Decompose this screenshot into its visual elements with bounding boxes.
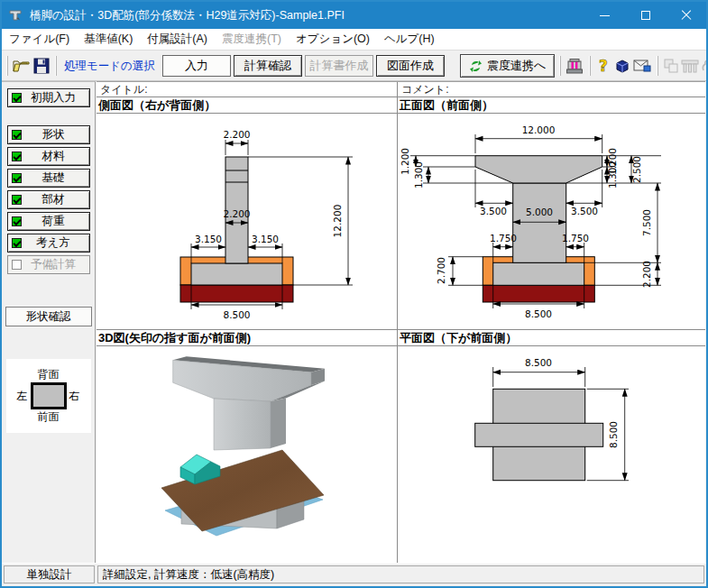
copy-button: [663, 55, 679, 77]
dim-cap-taper-right: 1.300: [607, 161, 618, 188]
open-file-button[interactable]: [13, 55, 32, 77]
calc-machine-button[interactable]: [565, 55, 584, 77]
status-design-mode: 単独設計: [4, 565, 95, 583]
sidebar-spacer: [2, 277, 95, 307]
rebar-3d-icon: [701, 58, 708, 74]
mail-button[interactable]: [633, 55, 651, 77]
sidebar-item-foundation[interactable]: 基礎: [7, 169, 90, 188]
3d-view-button[interactable]: [613, 55, 631, 77]
mode-calc-check-button[interactable]: 計算確認: [234, 55, 302, 77]
dim-embed-depth: 2.700: [436, 257, 446, 284]
mode-select-label: 処理モードの選択: [64, 59, 155, 74]
save-button[interactable]: [33, 55, 50, 77]
column-front-face: [214, 399, 271, 450]
toolbar-grabber: [657, 56, 658, 76]
menu-bar: ファイル(F) 基準値(K) 付属設計(A) 震度連携(T) オプション(O) …: [2, 29, 706, 51]
side-view-header: 側面図（右が背面側）: [97, 97, 397, 114]
app-window: 橋脚の設計・3D配筋(部分係数法・H29道示対応)-Sample1.PFI ファ…: [0, 0, 708, 588]
orientation-diagram: 背面 左 右 前面: [6, 359, 91, 433]
dim-edge-offset-right: 1.750: [562, 233, 589, 243]
svg-text:?: ?: [599, 57, 608, 75]
mode-drawing-button[interactable]: 図面作成: [376, 55, 445, 77]
sidebar-item-policy[interactable]: 考え方: [7, 234, 90, 253]
orientation-left-label: 左: [17, 389, 28, 404]
sidebar-item-member[interactable]: 部材: [7, 190, 90, 209]
sidebar-item-load[interactable]: 荷重: [7, 212, 90, 231]
sidebar: 初期入力 形状 材料 基礎 部材 荷重 考え方 予備計算: [2, 81, 96, 563]
calc-machine-icon: [565, 58, 584, 75]
menu-standard-values[interactable]: 基準値(K): [77, 29, 140, 50]
checked-icon: [12, 130, 22, 140]
cap-plan: [475, 423, 603, 446]
sidebar-item-label: 考え方: [22, 235, 86, 251]
front-view-panel: コメント: 正面図（前面側） 12.000: [398, 82, 705, 329]
pier-cap: [475, 156, 602, 183]
dim-overhang-left: 3.150: [195, 234, 222, 244]
pier-table-button: [681, 55, 699, 77]
front-view-drawing: 12.000 1.200 1.300 1.200 1.300 2.500: [398, 114, 705, 327]
sidebar-item-preliminary-calc: 予備計算: [7, 255, 90, 274]
menu-help[interactable]: ヘルプ(H): [377, 29, 442, 50]
sidebar-item-material[interactable]: 材料: [7, 147, 90, 166]
orientation-right-label: 右: [69, 389, 80, 404]
close-button[interactable]: [666, 2, 706, 29]
seismic-link-label: 震度連携へ: [487, 58, 546, 74]
sidebar-item-initial-input[interactable]: 初期入力: [7, 88, 90, 107]
checked-icon: [12, 173, 22, 183]
maximize-button[interactable]: [625, 2, 666, 29]
checked-icon: [12, 152, 22, 161]
open-folder-icon: [13, 58, 32, 74]
mode-report-button: 計算書作成: [305, 55, 373, 77]
sidebar-item-label: 初期入力: [22, 90, 86, 106]
close-icon: [681, 10, 692, 21]
dim-column-width: 5.000: [526, 207, 553, 217]
dim-plan-height: 8.500: [608, 421, 619, 448]
checked-icon: [12, 216, 22, 226]
side-view-drawing: 2.200 2.200 3.150 3.150 12.200: [97, 114, 396, 327]
footing: [493, 262, 584, 285]
3d-box-icon: [613, 58, 631, 75]
plan-view-drawing: 8.500 8.500: [398, 346, 705, 563]
main-view-area: タイトル: 側面図（右が背面側） 2.200: [97, 81, 705, 563]
column-side-face: [271, 399, 286, 449]
dim-footing-width: 8.500: [223, 309, 250, 320]
view3d-viewport[interactable]: [97, 346, 396, 563]
sidebar-item-label: 予備計算: [22, 257, 86, 272]
dim-cap-width: 12.000: [522, 124, 556, 135]
checked-icon: [12, 93, 22, 103]
base-layer: [180, 285, 293, 302]
dim-cap-top-left: 1.200: [400, 148, 410, 175]
dim-overhang-right: 3.150: [252, 234, 279, 244]
copy-icon: [663, 58, 679, 74]
toolbar-grabber: [589, 56, 591, 76]
rebar-3d-button: [701, 55, 708, 77]
dim-footing-width: 8.500: [525, 308, 552, 319]
shape-confirm-button[interactable]: 形状確認: [5, 307, 92, 326]
menu-options[interactable]: オプション(O): [289, 29, 377, 50]
title-field-label: タイトル:: [97, 82, 397, 97]
toolbar-grabber: [559, 56, 561, 76]
minimize-button[interactable]: [584, 2, 625, 29]
dim-cap-width: 2.200: [223, 129, 250, 140]
orientation-back-label: 背面: [38, 367, 60, 382]
window-title: 橋脚の設計・3D配筋(部分係数法・H29道示対応)-Sample1.PFI: [30, 8, 584, 23]
menu-file[interactable]: ファイル(F): [2, 29, 77, 50]
dim-cap-taper-left: 1.300: [413, 161, 424, 188]
orientation-front-label: 前面: [38, 409, 60, 425]
footing: [191, 263, 282, 285]
seismic-link-button[interactable]: 震度連携へ: [460, 54, 555, 78]
help-button[interactable]: ?: [595, 55, 611, 77]
menu-attached-design[interactable]: 付属設計(A): [140, 29, 215, 50]
pier-column: [513, 183, 566, 262]
sidebar-item-label: 形状: [22, 127, 86, 142]
mode-input-button[interactable]: 入力: [162, 55, 231, 77]
sidebar-item-label: 荷重: [22, 214, 86, 229]
dim-cap-total: 2.500: [631, 156, 642, 183]
maximize-icon: [641, 11, 650, 20]
sync-arrows-icon: [469, 60, 483, 73]
comment-field-label: コメント:: [398, 82, 705, 97]
status-message: 詳細設定, 計算速度：低速(高精度): [97, 565, 704, 583]
sidebar-item-shape[interactable]: 形状: [7, 125, 90, 144]
sidebar-spacer: [2, 110, 95, 125]
toolbar-grabber: [55, 56, 57, 76]
